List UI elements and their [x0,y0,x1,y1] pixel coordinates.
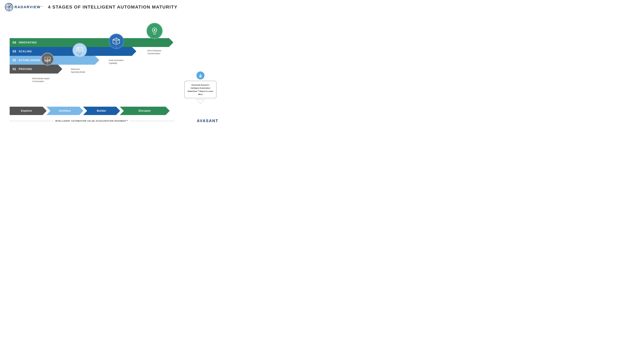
stage3-label: SCALING [19,50,32,53]
download-area[interactable]: Download Avasant's Intelligent Automatio… [180,71,220,104]
avasant-logo: AVASANT [197,119,218,123]
disruptor-label: Disruptor [138,109,151,112]
roadmap-label: INTELLIGENT AUTOMATION VALUE ACCELERATIO… [55,120,128,122]
stage2-label: ESTABLISHING [19,59,40,62]
svg-line-25 [116,40,120,41]
arrow-architect: Architect [46,107,84,115]
svg-rect-11 [49,59,50,61]
stage4-label: INNOVATING [19,41,37,44]
stage3-description: Scale Automation Capability [109,59,124,65]
chevrons2 [76,51,82,56]
stage1-bar: 01 PROVING [10,65,58,73]
svg-line-33 [153,28,153,29]
download-icon-circle [196,71,204,79]
download-icon [198,73,203,78]
svg-line-34 [156,31,156,32]
svg-line-24 [113,40,116,41]
arrow-builder: Builder [83,107,120,115]
dotted-line-left [10,121,54,121]
connector1 [48,57,48,66]
roadmap-arrows: Explorer Architect Builder Disruptor [10,107,174,115]
svg-line-35 [156,28,156,29]
download-box[interactable]: Download Avasant's Intelligent Automatio… [184,81,216,98]
stage1-label: PROVING [19,68,32,71]
stage3-number: 03 [12,49,18,53]
explorer-label: Explorer [21,109,32,112]
avasant-logo-area: AVASANT. [197,119,219,123]
stage1-description: Demonstrate impact of Automation [32,77,50,83]
download-text: Download Avasant's Intelligent Automatio… [188,84,213,95]
chevrons4 [152,33,158,38]
chevrons3 [113,42,119,47]
stage1-number: 01 [12,67,18,71]
stage4-bar: 04 INNOVATING [10,38,169,47]
stage4-description: Drive Enterprise Transformation [147,49,161,55]
dotted-line-right [130,121,174,121]
staircase-container: 04 INNOVATING 03 SCALING 02 ESTABLISHING… [10,15,174,96]
svg-line-36 [153,31,153,32]
arrow-explorer: Explorer [10,107,47,115]
builder-label: Builder [97,109,106,112]
download-chevron [196,100,204,104]
avasant-dot: . [218,120,219,123]
svg-rect-9 [46,59,46,61]
stage2-description: Determine Operating Model [71,68,85,73]
stage4-number: 04 [12,41,18,44]
main-title: 4 STAGES OF INTELLIGENT AUTOMATION MATUR… [0,4,226,10]
roadmap-label-row: INTELLIGENT AUTOMATION VALUE ACCELERATIO… [10,120,174,122]
svg-marker-43 [197,100,204,103]
architect-label: Architect [59,109,71,112]
stage2-number: 02 [12,58,18,62]
arrow-disruptor: Disruptor [120,107,170,115]
